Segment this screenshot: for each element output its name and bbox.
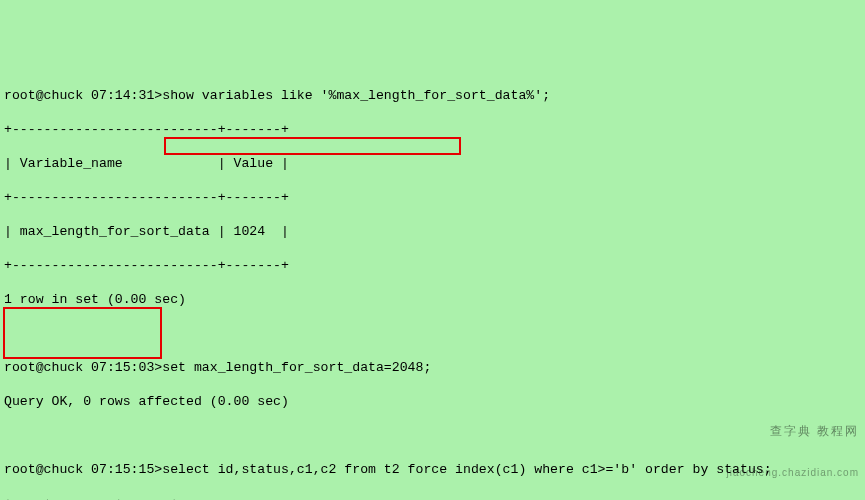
table-separator: +--------------------------+-------+ bbox=[4, 121, 861, 138]
watermark-url: jiaocheng.chazidian.com bbox=[726, 466, 859, 480]
sql-command: select id,status,c1,c2 from t2 force ind… bbox=[162, 462, 771, 477]
table-row: | max_length_for_sort_data | 1024 | bbox=[4, 223, 861, 240]
sql-command: set max_length_for_sort_data=2048; bbox=[162, 360, 431, 375]
table-separator: +----+--------+------+------------------… bbox=[4, 495, 861, 500]
watermark: 查字典 教程网 jiaocheng.chazidian.com bbox=[726, 396, 859, 494]
table-separator: +--------------------------+-------+ bbox=[4, 189, 861, 206]
watermark-text: 查字典 教程网 bbox=[726, 424, 859, 438]
blank-line bbox=[4, 325, 861, 342]
table-separator: +--------------------------+-------+ bbox=[4, 257, 861, 274]
sql-command: show variables like '%max_length_for_sor… bbox=[162, 88, 550, 103]
result-footer: 1 row in set (0.00 sec) bbox=[4, 291, 861, 308]
prompt: root@chuck 07:14:31> bbox=[4, 88, 162, 103]
prompt: root@chuck 07:15:03> bbox=[4, 360, 162, 375]
table-header: | Variable_name | Value | bbox=[4, 155, 861, 172]
prompt: root@chuck 07:15:15> bbox=[4, 462, 162, 477]
